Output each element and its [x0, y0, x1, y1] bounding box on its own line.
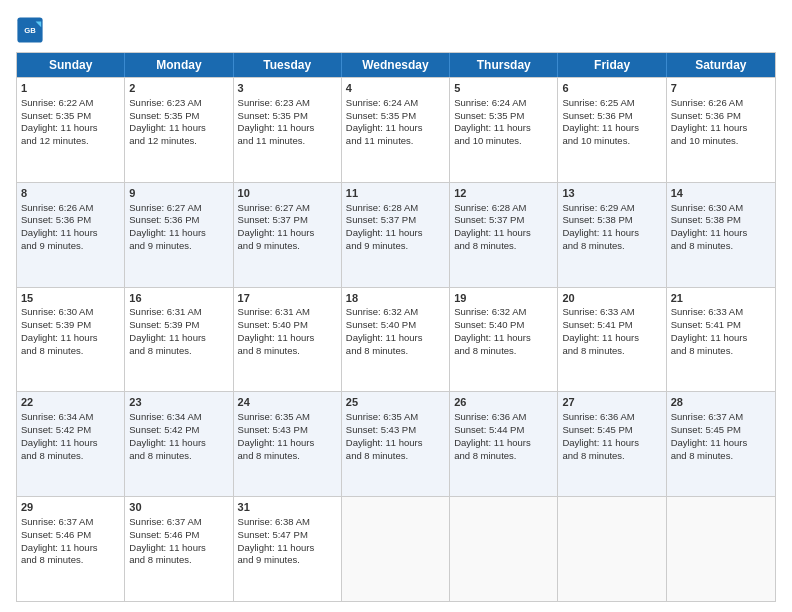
daylight-label: Daylight: 11 hours [671, 122, 748, 133]
day-number: 21 [671, 291, 771, 306]
sunset-label: Sunset: 5:37 PM [238, 214, 308, 225]
day-number: 1 [21, 81, 120, 96]
daylight-label: Daylight: 11 hours [21, 437, 98, 448]
daylight-label: Daylight: 11 hours [238, 227, 315, 238]
daylight-label: Daylight: 11 hours [238, 437, 315, 448]
sunrise-label: Sunrise: 6:33 AM [671, 306, 743, 317]
calendar-header: SundayMondayTuesdayWednesdayThursdayFrid… [17, 53, 775, 77]
daylight-label: Daylight: 11 hours [21, 332, 98, 343]
sunset-label: Sunset: 5:40 PM [346, 319, 416, 330]
calendar-cell: 20Sunrise: 6:33 AMSunset: 5:41 PMDayligh… [558, 288, 666, 392]
sunset-label: Sunset: 5:39 PM [21, 319, 91, 330]
calendar-cell [558, 497, 666, 601]
calendar-cell: 30Sunrise: 6:37 AMSunset: 5:46 PMDayligh… [125, 497, 233, 601]
daylight-minutes: and 8 minutes. [129, 450, 191, 461]
day-number: 18 [346, 291, 445, 306]
calendar-cell: 1Sunrise: 6:22 AMSunset: 5:35 PMDaylight… [17, 78, 125, 182]
calendar-cell: 15Sunrise: 6:30 AMSunset: 5:39 PMDayligh… [17, 288, 125, 392]
sunset-label: Sunset: 5:38 PM [562, 214, 632, 225]
daylight-minutes: and 8 minutes. [671, 345, 733, 356]
day-number: 13 [562, 186, 661, 201]
calendar-cell: 23Sunrise: 6:34 AMSunset: 5:42 PMDayligh… [125, 392, 233, 496]
calendar-cell: 10Sunrise: 6:27 AMSunset: 5:37 PMDayligh… [234, 183, 342, 287]
sunrise-label: Sunrise: 6:23 AM [129, 97, 201, 108]
daylight-minutes: and 8 minutes. [562, 450, 624, 461]
day-number: 8 [21, 186, 120, 201]
daylight-label: Daylight: 11 hours [129, 122, 206, 133]
header-day: Wednesday [342, 53, 450, 77]
daylight-label: Daylight: 11 hours [454, 437, 531, 448]
calendar-cell: 2Sunrise: 6:23 AMSunset: 5:35 PMDaylight… [125, 78, 233, 182]
daylight-label: Daylight: 11 hours [129, 437, 206, 448]
calendar-cell [342, 497, 450, 601]
day-number: 15 [21, 291, 120, 306]
calendar-row: 1Sunrise: 6:22 AMSunset: 5:35 PMDaylight… [17, 77, 775, 182]
daylight-label: Daylight: 11 hours [238, 332, 315, 343]
sunset-label: Sunset: 5:43 PM [238, 424, 308, 435]
daylight-minutes: and 8 minutes. [671, 240, 733, 251]
daylight-label: Daylight: 11 hours [671, 437, 748, 448]
daylight-minutes: and 8 minutes. [671, 450, 733, 461]
calendar-cell: 7Sunrise: 6:26 AMSunset: 5:36 PMDaylight… [667, 78, 775, 182]
header-day: Tuesday [234, 53, 342, 77]
day-number: 9 [129, 186, 228, 201]
sunset-label: Sunset: 5:36 PM [671, 110, 741, 121]
day-number: 12 [454, 186, 553, 201]
daylight-label: Daylight: 11 hours [346, 332, 423, 343]
sunset-label: Sunset: 5:46 PM [129, 529, 199, 540]
sunset-label: Sunset: 5:42 PM [21, 424, 91, 435]
logo-icon: GB [16, 16, 44, 44]
sunrise-label: Sunrise: 6:26 AM [671, 97, 743, 108]
daylight-minutes: and 10 minutes. [562, 135, 630, 146]
calendar-cell: 9Sunrise: 6:27 AMSunset: 5:36 PMDaylight… [125, 183, 233, 287]
day-number: 3 [238, 81, 337, 96]
calendar-cell: 27Sunrise: 6:36 AMSunset: 5:45 PMDayligh… [558, 392, 666, 496]
calendar-cell: 26Sunrise: 6:36 AMSunset: 5:44 PMDayligh… [450, 392, 558, 496]
calendar-row: 15Sunrise: 6:30 AMSunset: 5:39 PMDayligh… [17, 287, 775, 392]
daylight-minutes: and 8 minutes. [238, 345, 300, 356]
sunrise-label: Sunrise: 6:29 AM [562, 202, 634, 213]
sunset-label: Sunset: 5:36 PM [21, 214, 91, 225]
calendar-cell: 22Sunrise: 6:34 AMSunset: 5:42 PMDayligh… [17, 392, 125, 496]
sunrise-label: Sunrise: 6:38 AM [238, 516, 310, 527]
daylight-label: Daylight: 11 hours [454, 227, 531, 238]
sunrise-label: Sunrise: 6:30 AM [21, 306, 93, 317]
day-number: 20 [562, 291, 661, 306]
sunset-label: Sunset: 5:40 PM [238, 319, 308, 330]
header-day: Thursday [450, 53, 558, 77]
calendar-cell [667, 497, 775, 601]
sunrise-label: Sunrise: 6:36 AM [454, 411, 526, 422]
daylight-minutes: and 10 minutes. [454, 135, 522, 146]
calendar: SundayMondayTuesdayWednesdayThursdayFrid… [16, 52, 776, 602]
sunrise-label: Sunrise: 6:36 AM [562, 411, 634, 422]
day-number: 24 [238, 395, 337, 410]
calendar-cell: 25Sunrise: 6:35 AMSunset: 5:43 PMDayligh… [342, 392, 450, 496]
sunrise-label: Sunrise: 6:28 AM [454, 202, 526, 213]
sunrise-label: Sunrise: 6:22 AM [21, 97, 93, 108]
header-day: Sunday [17, 53, 125, 77]
calendar-cell: 4Sunrise: 6:24 AMSunset: 5:35 PMDaylight… [342, 78, 450, 182]
day-number: 5 [454, 81, 553, 96]
sunset-label: Sunset: 5:41 PM [562, 319, 632, 330]
daylight-minutes: and 8 minutes. [238, 450, 300, 461]
daylight-minutes: and 8 minutes. [21, 554, 83, 565]
svg-text:GB: GB [24, 26, 36, 35]
daylight-minutes: and 9 minutes. [238, 240, 300, 251]
sunrise-label: Sunrise: 6:33 AM [562, 306, 634, 317]
sunset-label: Sunset: 5:35 PM [21, 110, 91, 121]
sunset-label: Sunset: 5:47 PM [238, 529, 308, 540]
sunset-label: Sunset: 5:43 PM [346, 424, 416, 435]
daylight-minutes: and 8 minutes. [562, 345, 624, 356]
header-day: Saturday [667, 53, 775, 77]
calendar-cell: 21Sunrise: 6:33 AMSunset: 5:41 PMDayligh… [667, 288, 775, 392]
daylight-minutes: and 8 minutes. [454, 450, 516, 461]
day-number: 25 [346, 395, 445, 410]
daylight-minutes: and 8 minutes. [129, 345, 191, 356]
header-day: Friday [558, 53, 666, 77]
day-number: 11 [346, 186, 445, 201]
daylight-label: Daylight: 11 hours [562, 122, 639, 133]
day-number: 10 [238, 186, 337, 201]
daylight-label: Daylight: 11 hours [21, 122, 98, 133]
daylight-label: Daylight: 11 hours [129, 227, 206, 238]
daylight-minutes: and 11 minutes. [346, 135, 414, 146]
